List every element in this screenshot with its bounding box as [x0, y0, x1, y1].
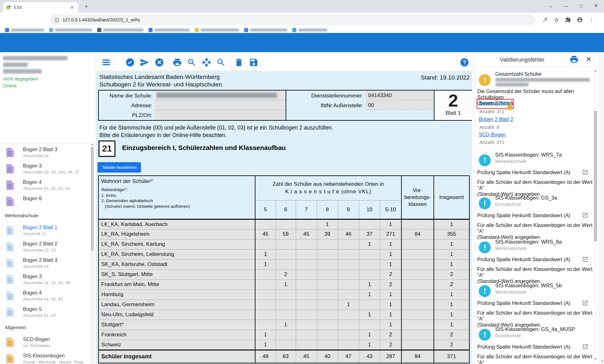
school-info-box: Name der Schule: Adresse: PLZ/Ort: Diens… — [98, 90, 472, 121]
delete-icon[interactable] — [234, 58, 244, 67]
sidebar-item-subtitle: Abschnitte 22, 23 — [23, 248, 87, 252]
cell-value: 1 — [338, 300, 359, 310]
cell-value — [317, 279, 338, 290]
address-field[interactable] — [155, 100, 286, 110]
office-no-field[interactable]: 04143340 — [366, 91, 433, 100]
tab-close-icon[interactable]: ✕ — [69, 5, 75, 10]
avatar[interactable] — [574, 14, 585, 25]
cell-value — [401, 279, 434, 290]
anzahl-count: Anzahl: 371 — [479, 109, 504, 114]
scroll-up-icon[interactable]: ▲ — [90, 143, 94, 146]
send-icon[interactable] — [140, 58, 149, 67]
branch-no-field[interactable]: 00 — [366, 100, 433, 110]
svg-text:?: ? — [462, 59, 466, 65]
zoom-in-icon[interactable] — [187, 58, 197, 67]
school-name-blurred — [495, 78, 590, 82]
star-icon[interactable] — [551, 14, 562, 25]
url-field[interactable]: 127.0.0.1:4432/asd/aes/2022/2_1_wrhs — [50, 14, 536, 25]
edit-table-button[interactable]: Tabelle bearbeiten — [98, 162, 141, 173]
bookmark-item[interactable] — [148, 28, 190, 32]
zoom-out-icon[interactable] — [216, 58, 226, 67]
warning-icon: ! — [479, 241, 491, 253]
sis-klassenbogen-name: SIS-Klassenbogen: WRS_8a — [495, 239, 562, 245]
bogen-link[interactable]: SCD-Bogen — [479, 132, 506, 138]
cell-value — [401, 249, 434, 259]
print-icon[interactable] — [172, 58, 182, 67]
cancel-circle-icon[interactable] — [154, 58, 164, 67]
kebab-menu-icon[interactable]: ⋮ — [586, 14, 597, 25]
close-icon[interactable]: ✕ — [590, 0, 603, 11]
document-icon — [6, 354, 14, 364]
bookmark-item[interactable] — [5, 28, 44, 32]
instruction-line2: Bitte die Erläuterungen in der Online-Hi… — [99, 132, 227, 139]
form-toolbar: ? — [96, 52, 474, 72]
cell-value: 45 — [255, 229, 276, 239]
bookmark-item[interactable] — [195, 28, 239, 32]
cell-value: 1 — [359, 239, 380, 249]
bogen-link[interactable]: Bogen 2 Blatt 2 — [479, 117, 513, 122]
section-number: 21 — [98, 141, 115, 157]
school-name-field[interactable] — [155, 91, 286, 100]
close-icon[interactable]: ✕ — [586, 55, 591, 63]
extensions-icon[interactable] — [563, 14, 573, 25]
city-field[interactable] — [155, 110, 286, 120]
scroll-up-icon[interactable]: ▲ — [593, 69, 598, 73]
row-label: LK_RA, Sinzheim, Kartung — [98, 239, 255, 249]
cell-value — [338, 279, 359, 290]
bookmark-item[interactable] — [49, 28, 92, 32]
table-row: Landau, Germersheim111 — [98, 300, 469, 310]
move-icon[interactable] — [202, 58, 211, 67]
cell-value: 2 — [380, 269, 401, 279]
browser-tab[interactable]: ESS ✕ — [3, 2, 78, 13]
cell-value: 1 — [359, 310, 380, 320]
menu-button[interactable] — [98, 54, 114, 70]
cell-value — [338, 330, 359, 340]
page-scrollbar[interactable]: ▼ — [599, 52, 604, 364]
cell-value — [255, 320, 276, 330]
bookmark-item[interactable] — [244, 28, 287, 32]
check-circle-icon[interactable] — [125, 58, 135, 67]
cursor-hand-icon: ☝ — [505, 102, 515, 112]
bookmark-label-blurred — [250, 29, 287, 31]
cell-value — [296, 249, 317, 259]
validation-scrollbar-thumb[interactable] — [594, 111, 597, 241]
cell-value: 2 — [380, 279, 401, 290]
external-link-icon[interactable] — [582, 256, 588, 262]
cell-value: 1 — [434, 320, 469, 330]
bookmark-item[interactable] — [292, 28, 327, 32]
save-icon[interactable] — [249, 58, 259, 67]
minimize-icon[interactable]: — — [559, 0, 573, 11]
cell-value: 1 — [255, 340, 276, 350]
cell-value — [276, 249, 296, 259]
validation-item: ! SIS-Klassenbogen: GS_3a Grundschule Pr… — [475, 195, 601, 239]
validation-scrollbar[interactable]: ▲ ▼ — [593, 69, 598, 361]
scroll-down-icon[interactable]: ▼ — [600, 360, 604, 363]
chevron-down-icon[interactable]: ⌄ — [544, 0, 557, 11]
totals-value: 84 — [401, 350, 434, 363]
external-link-icon[interactable] — [582, 300, 588, 306]
document-icon — [6, 258, 14, 268]
app-header: ESS Elektronische Schulstatistik — [0, 33, 604, 52]
row-label: Hamburg — [98, 290, 255, 300]
cell-value — [296, 340, 317, 350]
cell-value — [276, 310, 296, 320]
help-button[interactable]: ? — [456, 54, 472, 70]
agency-line2: Schulbogen 2 für Werkreal- und Hauptschu… — [99, 81, 222, 88]
bookmark-item[interactable] — [97, 28, 143, 32]
cell-value — [401, 290, 434, 300]
cell-value: 2 — [380, 340, 401, 350]
school-type: Werkrealschule — [495, 246, 527, 251]
new-tab-button[interactable]: + — [82, 3, 90, 11]
main-area: ? Statistisches Landesamt Baden-Württemb… — [96, 52, 474, 364]
info-icon[interactable] — [54, 17, 59, 23]
external-link-icon[interactable] — [582, 344, 588, 350]
bookmark-label-blurred — [11, 29, 44, 31]
print-icon[interactable] — [569, 55, 579, 65]
sidebar-scrollbar-thumb[interactable] — [91, 147, 94, 251]
external-link-icon[interactable] — [582, 169, 588, 175]
maximize-icon[interactable]: □ — [574, 0, 588, 11]
scroll-down-icon[interactable]: ▼ — [593, 357, 598, 361]
share-icon[interactable] — [540, 14, 551, 25]
sidebar-scrollbar[interactable]: ▲ — [90, 142, 94, 364]
external-link-icon[interactable] — [582, 212, 588, 218]
